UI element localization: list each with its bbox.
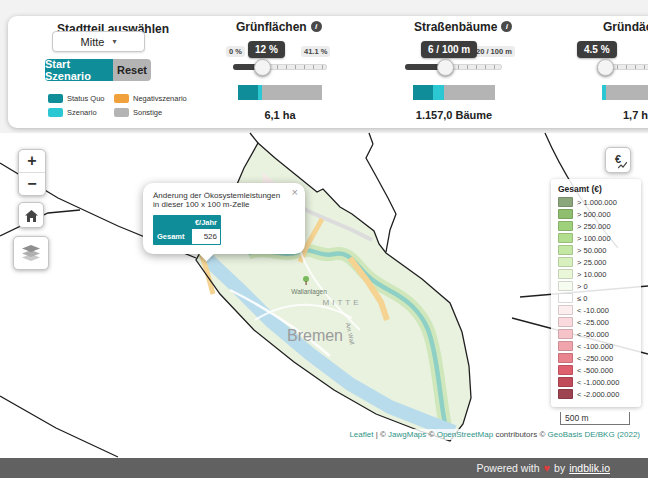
- legend-swatch: [558, 281, 573, 291]
- legend-label: > 0: [577, 282, 588, 291]
- euro-chart-button[interactable]: €: [605, 147, 631, 173]
- map-legend-row: < -250.000: [558, 353, 635, 363]
- map-legend-row: > 0: [558, 281, 635, 291]
- gruenflaechen-progress: [238, 85, 322, 100]
- strassenbaeume-slider[interactable]: [405, 64, 502, 70]
- szenario-segment: [433, 85, 444, 100]
- info-icon[interactable]: i: [501, 21, 512, 32]
- scenario-legend-item: Szenario: [48, 108, 114, 117]
- legend-swatch: [558, 209, 573, 219]
- popup-text-line2: in dieser 100 x 100 m-Zelle: [153, 200, 295, 209]
- slider-title-gruendaecher: Gründächer: [603, 20, 648, 34]
- strassenbaeume-total: 1.157,0 Bäume: [394, 109, 514, 121]
- scenario-legend: Status Quo Negativszenario Szenario Sons…: [48, 94, 178, 117]
- legend-label: < -250.000: [577, 354, 613, 363]
- legend-label: < -50.000: [577, 330, 609, 339]
- szenario-segment: [258, 85, 262, 100]
- legend-label: < -10.000: [577, 306, 609, 315]
- leaflet-link[interactable]: Leaflet: [349, 430, 373, 439]
- jawg-link[interactable]: JawgMaps: [388, 430, 426, 439]
- map-legend-row: > 500.000: [558, 209, 635, 219]
- legend-swatch: [558, 233, 573, 243]
- map-legend-row: < -500.000: [558, 365, 635, 375]
- district-select[interactable]: Mitte ▾: [52, 31, 145, 52]
- legend-swatch: [558, 389, 573, 399]
- legend-label: > 1.000.000: [577, 198, 617, 207]
- slider-handle[interactable]: [254, 59, 271, 76]
- start-szenario-button[interactable]: Start Szenario: [45, 59, 113, 81]
- popup-text-line1: Änderung der Ökosystemleistungen: [153, 191, 295, 200]
- map-legend-row: > 25.000: [558, 257, 635, 267]
- map-legend-row: < -25.000: [558, 317, 635, 327]
- legend-label: < -100.000: [577, 342, 613, 351]
- zoom-out-button[interactable]: −: [19, 173, 45, 195]
- legend-swatch: [558, 341, 573, 351]
- home-button[interactable]: [18, 202, 44, 228]
- gruenflaechen-slider[interactable]: [233, 64, 327, 70]
- app-root: Wallanlagen MITTE Bremen Am Wall Stadtte…: [0, 0, 648, 486]
- legend-swatch: [48, 108, 63, 117]
- slider-min-label: 0 %: [226, 46, 245, 57]
- district-selected-value: Mitte: [81, 36, 105, 48]
- gruenflaechen-total: 6,1 ha: [220, 109, 340, 121]
- map-legend-row: > 10.000: [558, 269, 635, 279]
- info-icon[interactable]: i: [311, 21, 322, 32]
- scenario-legend-item: Sonstige: [114, 108, 178, 117]
- map-legend-row: < -50.000: [558, 329, 635, 339]
- chevron-down-icon: ▾: [112, 37, 116, 46]
- layers-icon: [21, 244, 41, 262]
- scenario-legend-item: Negativszenario: [114, 94, 178, 103]
- legend-swatch: [558, 221, 573, 231]
- legend-swatch: [558, 353, 573, 363]
- gruendaecher-slider[interactable]: [600, 64, 648, 70]
- footer-bar: Powered with ♥ by indblik.io: [0, 458, 648, 478]
- legend-swatch: [558, 197, 573, 207]
- close-icon[interactable]: ×: [292, 186, 298, 198]
- map-legend-row: < -10.000: [558, 305, 635, 315]
- legend-label: Szenario: [67, 108, 97, 117]
- map-legend-row: > 250.000: [558, 221, 635, 231]
- map-legend-row: < -1.000.000: [558, 377, 635, 387]
- layers-button[interactable]: [13, 236, 49, 270]
- slider-value-bubble: 4.5 %: [577, 41, 617, 58]
- legend-label: > 500.000: [577, 210, 611, 219]
- heart-icon: ♥: [544, 462, 551, 474]
- slider-handle[interactable]: [597, 59, 614, 76]
- control-panel: Stadtteil auswählen Mitte ▾ Start Szenar…: [8, 16, 648, 128]
- legend-swatch: [558, 377, 573, 387]
- strassenbaeume-progress: [413, 85, 495, 100]
- legend-swatch: [558, 305, 573, 315]
- legend-label: < -2.000.000: [577, 390, 619, 399]
- legend-swatch: [114, 94, 129, 103]
- footer-text: by: [554, 462, 565, 474]
- attribution-text: contributors ©: [493, 430, 547, 439]
- slider-value-bubble: 6 / 100 m: [421, 41, 477, 58]
- geobasis-link[interactable]: GeoBasis DE/BKG (2022): [548, 430, 640, 439]
- indblik-link[interactable]: indblik.io: [569, 462, 610, 474]
- legend-label: > 50.000: [577, 246, 606, 255]
- legend-label: > 250.000: [577, 222, 611, 231]
- gruendaecher-total: 1,7 ha: [623, 109, 648, 121]
- zoom-in-button[interactable]: +: [19, 150, 45, 172]
- szenario-segment: [602, 85, 606, 100]
- legend-label: Sonstige: [133, 108, 162, 117]
- map-legend-row: ≤ 0: [558, 293, 635, 303]
- slider-title-gruenflaechen: Grünflächeni: [236, 20, 322, 34]
- legend-label: > 10.000: [577, 270, 606, 279]
- attribution-text: ©: [426, 430, 436, 439]
- slider-handle[interactable]: [437, 59, 454, 76]
- legend-label: ≤ 0: [577, 294, 587, 303]
- reset-button[interactable]: Reset: [113, 59, 151, 81]
- map-attribution: Leaflet | © JawgMaps © OpenStreetMap con…: [344, 429, 645, 440]
- district-label: MITTE: [323, 298, 362, 307]
- legend-label: > 100.000: [577, 234, 611, 243]
- slider-max-label: 41.1 %: [301, 46, 330, 57]
- map-legend-row: < -100.000: [558, 341, 635, 351]
- osm-link[interactable]: OpenStreetMap: [437, 430, 493, 439]
- legend-swatch: [558, 245, 573, 255]
- legend-label: Status Quo: [67, 94, 105, 103]
- footer-text: Powered with: [476, 462, 539, 474]
- map-legend: Gesamt (€) > 1.000.000 > 500.000 > 250.0…: [551, 179, 641, 407]
- legend-label: < -500.000: [577, 366, 613, 375]
- slider-title-strassenbaeume: Straßenbäumei: [414, 20, 512, 34]
